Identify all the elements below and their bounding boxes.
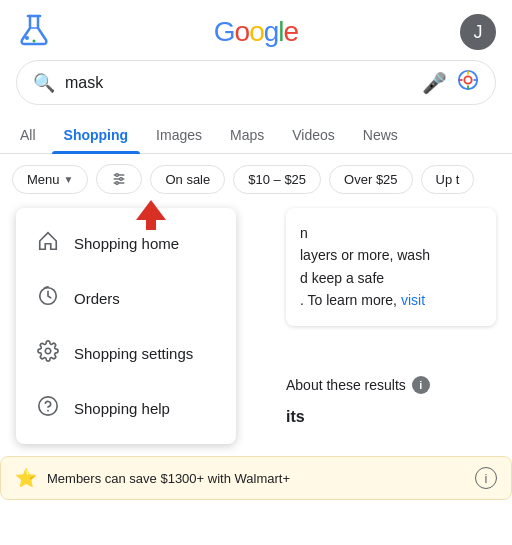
tab-videos[interactable]: Videos: [280, 117, 347, 153]
header: Google J: [0, 0, 512, 60]
dropdown-item-help[interactable]: Shopping help: [16, 381, 236, 436]
svg-point-3: [464, 76, 471, 83]
search-icon: 🔍: [33, 72, 55, 94]
walmart-banner[interactable]: ⭐ Members can save $1300+ with Walmart+ …: [0, 456, 512, 500]
nav-tabs: All Shopping Images Maps Videos News: [0, 117, 512, 154]
card-text: n layers or more, wash d keep a safe . T…: [300, 222, 482, 312]
help-icon: [36, 395, 60, 422]
filter-up-to[interactable]: Up t: [421, 165, 475, 194]
menu-button[interactable]: Menu ▼: [12, 165, 88, 194]
tab-news[interactable]: News: [351, 117, 410, 153]
tab-all[interactable]: All: [8, 117, 48, 153]
avatar[interactable]: J: [460, 14, 496, 50]
tab-maps[interactable]: Maps: [218, 117, 276, 153]
mic-icon[interactable]: 🎤: [422, 71, 447, 95]
svg-point-1: [33, 40, 36, 43]
red-arrow: [131, 200, 171, 234]
filter-price-10-25[interactable]: $10 – $25: [233, 165, 321, 194]
google-logo: Google: [214, 16, 298, 48]
dropdown-menu: Shopping home Orders: [16, 208, 236, 444]
main-content: Shopping home Orders: [0, 208, 512, 508]
content-wrapper: Shopping home Orders: [16, 208, 496, 498]
dropdown-help-label: Shopping help: [74, 400, 170, 417]
filter-over-25[interactable]: Over $25: [329, 165, 412, 194]
svg-point-17: [39, 397, 57, 415]
menu-label: Menu: [27, 172, 60, 187]
walmart-info-icon[interactable]: i: [475, 467, 497, 489]
right-card: n layers or more, wash d keep a safe . T…: [286, 208, 496, 326]
filter-adjust-icon[interactable]: [96, 164, 142, 194]
about-results: About these results i: [286, 376, 496, 394]
dropdown-item-orders[interactable]: Orders: [16, 271, 236, 326]
svg-point-12: [120, 178, 123, 181]
svg-point-16: [45, 348, 51, 354]
filter-row: Menu ▼ On sale $10 – $25 Over $25 Up t: [0, 154, 512, 204]
settings-icon: [36, 340, 60, 367]
orders-icon: [36, 285, 60, 312]
bottom-label: its: [286, 408, 496, 426]
walmart-star-icon: ⭐: [15, 467, 37, 489]
tab-shopping[interactable]: Shopping: [52, 117, 141, 153]
search-input[interactable]: [65, 74, 412, 92]
flask-icon[interactable]: [16, 12, 52, 52]
svg-point-11: [116, 174, 119, 177]
visit-link[interactable]: visit: [401, 292, 425, 308]
dropdown-item-settings[interactable]: Shopping settings: [16, 326, 236, 381]
chevron-down-icon: ▼: [64, 174, 74, 185]
tab-images[interactable]: Images: [144, 117, 214, 153]
info-icon[interactable]: i: [412, 376, 430, 394]
walmart-banner-text: Members can save $1300+ with Walmart+: [47, 471, 290, 486]
dropdown-orders-label: Orders: [74, 290, 120, 307]
home-icon: [36, 230, 60, 257]
lens-icon[interactable]: [457, 69, 479, 96]
svg-marker-14: [136, 200, 166, 230]
filter-on-sale[interactable]: On sale: [150, 165, 225, 194]
svg-point-0: [25, 36, 29, 40]
dropdown-settings-label: Shopping settings: [74, 345, 193, 362]
svg-point-13: [116, 182, 119, 185]
dropdown-item-shopping-home[interactable]: Shopping home: [16, 216, 236, 271]
about-results-label: About these results: [286, 377, 406, 393]
dropdown-shopping-home-label: Shopping home: [74, 235, 179, 252]
search-bar[interactable]: 🔍 🎤: [16, 60, 496, 105]
